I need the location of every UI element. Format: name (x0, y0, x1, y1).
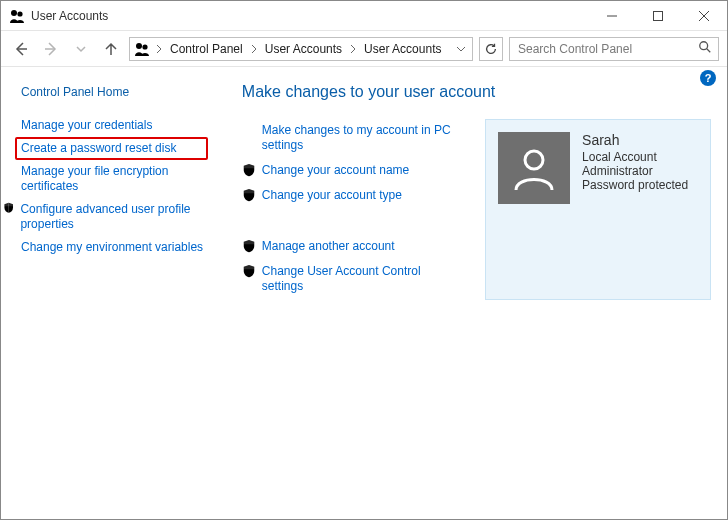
address-icon (134, 41, 150, 57)
task-link[interactable]: Make changes to my account in PC setting… (242, 119, 465, 159)
task-link[interactable]: Manage another account (242, 235, 465, 260)
task-label: Manage another account (262, 239, 395, 254)
window-title: User Accounts (31, 9, 108, 23)
maximize-button[interactable] (635, 1, 681, 31)
task-link[interactable]: Change your account name (242, 159, 465, 184)
shield-icon (242, 163, 256, 177)
sidebar-item-label: Create a password reset disk (21, 141, 176, 156)
sidebar-item[interactable]: Manage your file encryption certificates (19, 160, 208, 198)
shield-icon (242, 264, 256, 278)
search-icon[interactable] (698, 40, 712, 57)
account-line: Administrator (582, 164, 688, 178)
shield-icon (242, 239, 256, 253)
account-card: Sarah Local Account Administrator Passwo… (485, 119, 711, 300)
sidebar-item-label: Change my environment variables (21, 240, 203, 255)
up-button[interactable] (99, 37, 123, 61)
chevron-right-icon[interactable] (348, 44, 358, 54)
sidebar-item-label: Configure advanced user profile properti… (20, 202, 205, 232)
sidebar-item[interactable]: Configure advanced user profile properti… (19, 198, 208, 236)
sidebar-item[interactable]: Manage your credentials (19, 114, 208, 137)
shield-icon (3, 202, 14, 213)
account-line: Local Account (582, 150, 688, 164)
main-pane: Make changes to your user account Make c… (218, 67, 727, 519)
sidebar-item-label: Manage your file encryption certificates (21, 164, 206, 194)
close-button[interactable] (681, 1, 727, 31)
shield-icon (242, 188, 256, 202)
chevron-right-icon[interactable] (154, 44, 164, 54)
sidebar-item-label: Control Panel Home (21, 85, 129, 100)
recent-locations-button[interactable] (69, 37, 93, 61)
address-dropdown-icon[interactable] (454, 44, 468, 54)
control-panel-home-link[interactable]: Control Panel Home (19, 81, 208, 104)
search-input[interactable] (516, 41, 692, 57)
task-link[interactable]: Change your account type (242, 184, 465, 209)
task-label: Change User Account Control settings (262, 264, 465, 294)
task-label: Change your account type (262, 188, 402, 203)
refresh-button[interactable] (479, 37, 503, 61)
chevron-right-icon[interactable] (249, 44, 259, 54)
search-box[interactable] (509, 37, 719, 61)
sidebar-item-label: Manage your credentials (21, 118, 152, 133)
title-bar: User Accounts (1, 1, 727, 31)
avatar (498, 132, 570, 204)
content-area: Control Panel Home Manage your credentia… (1, 67, 727, 519)
account-line: Password protected (582, 178, 688, 192)
svg-rect-3 (654, 11, 663, 20)
task-label: Make changes to my account in PC setting… (262, 123, 465, 153)
task-list: Make changes to my account in PC setting… (242, 119, 465, 300)
page-heading: Make changes to your user account (242, 83, 711, 101)
back-button[interactable] (9, 37, 33, 61)
task-link[interactable]: Change User Account Control settings (242, 260, 465, 300)
sidebar: Control Panel Home Manage your credentia… (1, 67, 218, 519)
minimize-button[interactable] (589, 1, 635, 31)
account-info: Sarah Local Account Administrator Passwo… (582, 132, 688, 192)
task-label: Change your account name (262, 163, 409, 178)
address-bar[interactable]: Control Panel User Accounts User Account… (129, 37, 473, 61)
sidebar-item[interactable]: Change my environment variables (19, 236, 208, 259)
sidebar-item[interactable]: Create a password reset disk (15, 137, 208, 160)
account-name: Sarah (582, 132, 688, 148)
breadcrumb-item[interactable]: User Accounts (362, 42, 443, 56)
toolbar: Control Panel User Accounts User Account… (1, 31, 727, 67)
svg-point-4 (700, 42, 708, 50)
app-icon (9, 8, 25, 24)
forward-button[interactable] (39, 37, 63, 61)
breadcrumb-item[interactable]: User Accounts (263, 42, 344, 56)
breadcrumb-item[interactable]: Control Panel (168, 42, 245, 56)
